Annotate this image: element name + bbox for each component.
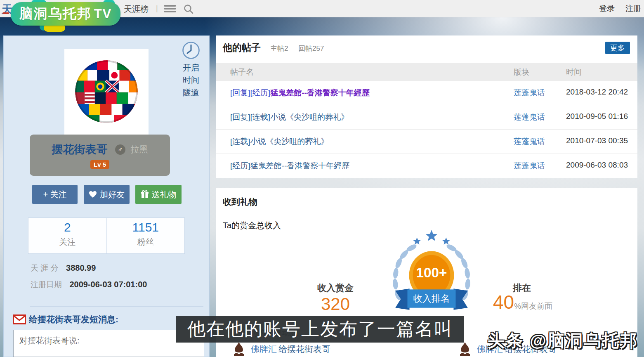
followers-count: 1151 [107, 220, 185, 234]
badge-ribbon-text: 收入排名 [413, 293, 450, 304]
message-section-title: 给摆花街表哥发短消息: [13, 314, 118, 325]
post-link[interactable]: [经历]猛鬼差館--香港警察十年經歷 [230, 161, 349, 171]
follow-stats: 2 关注 1151 粉丝 [28, 218, 185, 254]
post-time: 2009-06-03 08:03 [566, 161, 628, 170]
board-link[interactable]: 莲蓬鬼话 [514, 161, 545, 171]
table-row: [连载]小说《尖沙咀的葬礼》 莲蓬鬼话 2010-07-03 00:35 [216, 130, 637, 154]
post-tags: [经历] [230, 161, 250, 170]
message-input[interactable] [13, 330, 204, 357]
add-friend-label: 加好友 [100, 189, 125, 200]
following-label: 关注 [28, 236, 106, 248]
stars-icon [413, 230, 450, 244]
registration-value: 2009-06-03 07:01:00 [69, 280, 147, 289]
column-time: 时间 [566, 67, 582, 78]
table-row: [回复][经历]猛鬼差館--香港警察十年經歷 莲蓬鬼话 2018-03-12 2… [216, 81, 637, 105]
send-gift-label: 送礼物 [152, 189, 177, 200]
envelope-icon [13, 314, 26, 324]
gift-icon [141, 190, 149, 199]
heart-icon [89, 191, 97, 198]
logo-tv: TV [94, 7, 112, 21]
gift-activity-item[interactable]: 佛牌汇给摆花街表哥 [231, 341, 330, 357]
post-link[interactable]: [回复][连载]小说《尖沙咀的葬礼》 [230, 112, 349, 123]
register-link[interactable]: 注册 [625, 3, 641, 14]
channel-watermark: 头条 @脑洞乌托邦 [488, 329, 638, 352]
gift-shop-link[interactable]: 佛牌汇 [251, 344, 277, 354]
post-title: 猛鬼差館--香港警察十年經歷 [270, 88, 370, 97]
posts-panel: 他的帖子 主帖2 回帖257 更多 帖子名 版块 时间 [回复][经历]猛鬼差館… [216, 35, 637, 178]
reply-posts-count: 回帖257 [298, 44, 324, 53]
gift-action-text: 给摆花街表哥 [278, 344, 330, 354]
income-value: 320 [311, 294, 360, 314]
page: 天 天涯榜 | 登录 注册 脑洞乌托邦 TV 开启 时间 隧道 [0, 0, 644, 357]
rank-suffix: %网友前面 [514, 302, 552, 310]
badge-value: 100+ [416, 265, 447, 280]
login-link[interactable]: 登录 [599, 3, 615, 14]
nameplate: 摆花街表哥 ♂ 拉黑 Lv 5 [30, 135, 170, 176]
board-link[interactable]: 莲蓬鬼话 [514, 87, 545, 98]
post-link[interactable]: [回复][经历]猛鬼差館--香港警察十年經歷 [230, 87, 370, 98]
follow-button[interactable]: + 关注 [32, 185, 78, 204]
rank-value: 40 [493, 291, 514, 313]
time-tunnel-toggle[interactable]: 开启 时间 隧道 [179, 41, 203, 99]
table-row: [回复][连载]小说《尖沙咀的葬礼》 莲蓬鬼话 2010-09-05 01:16 [216, 105, 637, 130]
add-friend-button[interactable]: 加好友 [84, 185, 130, 204]
post-time: 2010-07-03 00:35 [566, 136, 628, 145]
menu-icon[interactable] [164, 5, 176, 12]
followers-stat[interactable]: 1151 粉丝 [106, 218, 185, 253]
post-tags: [回复][连载] [230, 113, 270, 121]
score-label: 天 涯 分 [31, 264, 59, 272]
amulet-icon [457, 341, 473, 357]
video-subtitle: 他在他的账号上发布了一篇名叫 [176, 316, 464, 343]
more-button[interactable]: 更多 [605, 42, 630, 54]
nav-tianya-ranking[interactable]: 天涯榜 [124, 4, 149, 15]
ribbon-left [395, 288, 409, 310]
nav-divider: | [156, 4, 158, 13]
post-time: 2010-09-05 01:16 [566, 112, 628, 121]
gifts-subtitle: Ta的赏金总收入 [223, 220, 281, 231]
board-link[interactable]: 莲蓬鬼话 [514, 112, 545, 123]
logo-plate: 脑洞乌托邦 TV [11, 2, 120, 26]
block-user-link[interactable]: 拉黑 [130, 144, 148, 154]
avatar[interactable] [64, 49, 149, 135]
registration-row: 注册日期 2009-06-03 07:01:00 [31, 279, 147, 290]
profile-panel: 开启 时间 隧道 [3, 35, 210, 357]
search-icon[interactable] [183, 4, 194, 16]
following-count: 2 [28, 220, 106, 234]
post-time: 2018-03-12 20:42 [566, 87, 628, 97]
divider [30, 306, 203, 307]
table-row: [经历]猛鬼差館--香港警察十年經歷 莲蓬鬼话 2009-06-03 08:03 [216, 154, 637, 178]
male-gender-icon: ♂ [115, 144, 125, 155]
score-value: 3880.99 [66, 263, 96, 272]
amulet-icon [231, 341, 247, 357]
posts-title: 他的帖子 [223, 41, 261, 54]
post-link[interactable]: [连载]小说《尖沙咀的葬礼》 [230, 136, 329, 147]
tianya-logo-accent [2, 12, 9, 14]
clock-icon [182, 41, 201, 60]
income-label: 收入赏金 [311, 282, 360, 294]
rank-line: 40%网友前面 [493, 291, 552, 313]
column-board: 版块 [514, 67, 529, 78]
main-posts-count: 主帖2 [270, 44, 288, 53]
level-badge: Lv 5 [90, 160, 109, 169]
post-title: 猛鬼差館--香港警察十年經歷 [250, 161, 350, 170]
logo-text: 脑洞乌托邦 [19, 5, 92, 23]
post-tags: [连载] [230, 137, 250, 146]
tianya-score-row: 天 涯 分 3880.99 [31, 263, 96, 274]
message-title-text: 给摆花街表哥发短消息: [29, 314, 118, 325]
board-link[interactable]: 莲蓬鬼话 [514, 136, 545, 147]
column-post-name: 帖子名 [230, 67, 254, 78]
posts-table-header: 帖子名 版块 时间 [216, 63, 637, 81]
registration-label: 注册日期 [31, 280, 62, 289]
ribbon-right [453, 288, 467, 310]
gifts-title: 收到礼物 [223, 196, 257, 208]
username: 摆花街表哥 [52, 143, 108, 156]
send-gift-button[interactable]: 送礼物 [135, 185, 182, 204]
following-stat[interactable]: 2 关注 [28, 218, 106, 253]
flag-globe-image [70, 55, 143, 128]
post-title: 小说《尖沙咀的葬礼》 [250, 137, 329, 146]
followers-label: 粉丝 [107, 236, 185, 248]
time-tunnel-label: 时间 [179, 74, 203, 86]
post-tags: [回复][经历] [230, 88, 270, 97]
time-tunnel-label: 隧道 [179, 86, 203, 99]
post-title: 小说《尖沙咀的葬礼》 [270, 113, 349, 121]
